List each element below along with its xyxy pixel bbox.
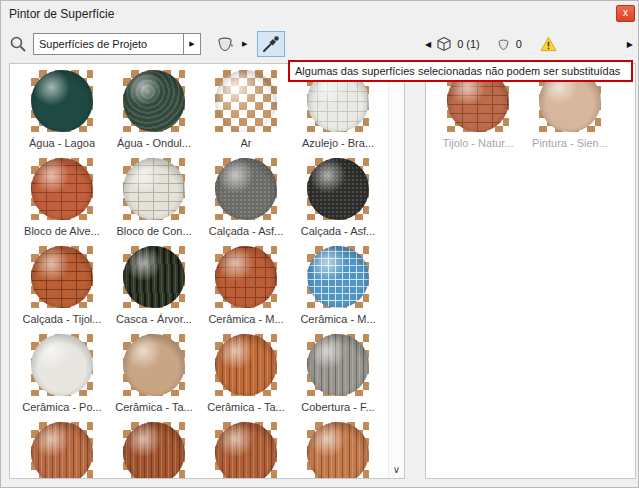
surface-preview-sphere: [215, 70, 277, 132]
painted-bucket-icon: [496, 37, 511, 52]
close-button[interactable]: x: [616, 5, 635, 22]
surface-thumbnail[interactable]: Pintura - Sien...: [524, 70, 616, 158]
surface-thumbnail[interactable]: Bloco de Alve...: [16, 158, 108, 246]
checker-background: [123, 422, 185, 479]
surface-preview-sphere: [123, 334, 185, 396]
surface-label: Cobertura - F...: [301, 401, 374, 413]
surface-label: Calçada - Asf...: [301, 225, 376, 237]
eyedropper-button[interactable]: [257, 31, 285, 57]
combo-arrow-button[interactable]: ▶: [183, 34, 200, 54]
surface-thumbnail[interactable]: Água - Lagoa: [16, 70, 108, 158]
surface-preview-sphere: [31, 158, 93, 220]
surface-thumbnail[interactable]: Cerâmica - M...: [292, 246, 384, 334]
surface-preview-sphere: [31, 70, 93, 132]
surface-preview-sphere: [123, 422, 185, 479]
warning-icon: [540, 36, 557, 52]
surface-thumbnail[interactable]: Cerâmica - Po...: [16, 334, 108, 422]
surface-thumbnail[interactable]: Cerâmica - Ta...: [200, 334, 292, 422]
checker-background: [215, 334, 277, 396]
surface-thumbnail[interactable]: [292, 422, 384, 479]
checker-background: [215, 422, 277, 479]
surface-label: Calçada - Asf...: [209, 225, 284, 237]
checker-background: [123, 70, 185, 132]
selected-surfaces-panel: Tijolo - Natur... Pintura - Sien...: [425, 63, 636, 479]
surface-preview-sphere: [215, 246, 277, 308]
surface-label: Cerâmica - Po...: [22, 401, 101, 413]
surface-thumbnail[interactable]: Cerâmica - Ta...: [108, 334, 200, 422]
surface-thumbnail[interactable]: [200, 422, 292, 479]
surface-label: Ar: [241, 137, 252, 149]
surface-preview-sphere: [307, 158, 369, 220]
surface-preview-sphere: [307, 334, 369, 396]
painted-count: 0: [516, 38, 522, 50]
surface-preview-sphere: [123, 158, 185, 220]
surface-thumbnail[interactable]: Calçada - Asf...: [200, 158, 292, 246]
checker-background: [215, 158, 277, 220]
surface-thumbnail[interactable]: Cobertura - F...: [292, 334, 384, 422]
surface-grid: Água - Lagoa Água - Ondul... Ar Azulejo …: [10, 64, 388, 479]
surface-label: Azulejo - Bra...: [302, 137, 374, 149]
search-icon[interactable]: [9, 35, 27, 53]
surface-thumbnail[interactable]: Calçada - Tijol...: [16, 246, 108, 334]
surface-label: Água - Ondul...: [117, 137, 191, 149]
element-cube-icon: [436, 36, 452, 52]
checker-background: [307, 158, 369, 220]
checker-background: [31, 334, 93, 396]
surface-thumbnail[interactable]: Calçada - Asf...: [292, 158, 384, 246]
scroll-down-icon[interactable]: ∨: [389, 465, 404, 475]
checker-background: [123, 246, 185, 308]
surface-thumbnail[interactable]: Ar: [200, 70, 292, 158]
surface-thumbnail[interactable]: Casca - Árvor...: [108, 246, 200, 334]
dialog-title: Pintor de Superfície: [9, 7, 114, 21]
checker-background: [215, 70, 277, 132]
selected-elements-count: 0 (1): [457, 38, 480, 50]
surface-label: Tijolo - Natur...: [442, 137, 513, 149]
checker-background: [31, 158, 93, 220]
surface-thumbnail[interactable]: Azulejo - Bra...: [292, 70, 384, 158]
checker-background: [307, 246, 369, 308]
surface-label: Cerâmica - M...: [300, 313, 375, 325]
bucket-menu-arrow[interactable]: ▶: [242, 40, 247, 48]
surface-label: Água - Lagoa: [29, 137, 95, 149]
expand-panel-button[interactable]: ▶: [627, 40, 633, 49]
checker-background: [31, 70, 93, 132]
titlebar[interactable]: Pintor de Superfície x: [1, 1, 638, 27]
checker-background: [307, 334, 369, 396]
surface-thumbnail[interactable]: Tijolo - Natur...: [432, 70, 524, 158]
checker-background: [307, 422, 369, 479]
surface-preview-sphere: [123, 246, 185, 308]
surface-label: Cerâmica - M...: [208, 313, 283, 325]
surface-preview-sphere: [307, 246, 369, 308]
surface-thumbnail[interactable]: Cerâmica - M...: [200, 246, 292, 334]
checker-background: [123, 334, 185, 396]
surface-label: Calçada - Tijol...: [23, 313, 102, 325]
surface-label: Bloco de Con...: [116, 225, 191, 237]
surface-preview-sphere: [31, 422, 93, 479]
selection-info-bar: ◀ 0 (1) 0 ▶: [425, 27, 633, 61]
paint-bucket-icon: [215, 34, 235, 54]
surface-set-combo[interactable]: Superfícies de Projeto ▶: [33, 33, 201, 55]
toolbar: Superfícies de Projeto ▶ ▶ ◀ 0 (1) 0: [1, 27, 638, 61]
surface-preview-sphere: [307, 422, 369, 479]
eyedropper-icon: [261, 34, 281, 54]
paint-bucket-button[interactable]: [211, 31, 239, 57]
vertical-scrollbar[interactable]: ∨: [388, 64, 404, 478]
surface-preview-sphere: [215, 422, 277, 479]
surface-thumbnail[interactable]: Água - Ondul...: [108, 70, 200, 158]
collapse-panel-icon[interactable]: ◀: [425, 40, 431, 49]
surface-thumbnail[interactable]: [108, 422, 200, 479]
checker-background: [31, 422, 93, 479]
surface-label: Bloco de Alve...: [24, 225, 100, 237]
surface-label: Casca - Árvor...: [116, 313, 192, 325]
surface-label: Pintura - Sien...: [532, 137, 608, 149]
warning-message: Algumas das superfícies selecionadas não…: [288, 60, 633, 82]
checker-background: [123, 158, 185, 220]
surface-thumbnail[interactable]: [16, 422, 108, 479]
surface-label: Cerâmica - Ta...: [115, 401, 192, 413]
surface-painter-dialog: Pintor de Superfície x Superfícies de Pr…: [0, 0, 639, 488]
surface-set-value: Superfícies de Projeto: [34, 34, 183, 54]
surface-label: Cerâmica - Ta...: [207, 401, 284, 413]
surface-preview-sphere: [31, 246, 93, 308]
surface-thumbnail[interactable]: Bloco de Con...: [108, 158, 200, 246]
surface-preview-sphere: [215, 158, 277, 220]
